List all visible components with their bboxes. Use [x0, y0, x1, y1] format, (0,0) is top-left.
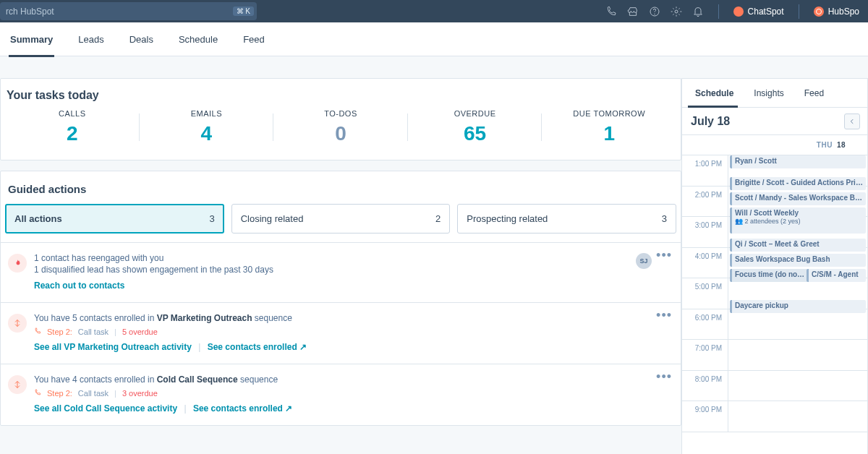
- tab-leads[interactable]: Leads: [78, 22, 103, 56]
- guided-action-headline: You have 4 contacts enrolled in Cold Cal…: [34, 374, 673, 385]
- hour-label: 6:00 PM: [682, 309, 728, 340]
- schedule-date: July 18: [691, 115, 730, 128]
- guided-action-headline: You have 5 contacts enrolled in VP Marke…: [34, 313, 673, 323]
- stat-overdue[interactable]: OVERDUE 65: [408, 109, 542, 145]
- svg-point-1: [654, 14, 655, 14]
- tasks-today-card: Your tasks today CALLS 2 EMAILS 4 TO-DOS…: [0, 78, 681, 160]
- sequence-icon: [8, 314, 27, 333]
- schedule-panel: Schedule Insights Feed July 18 THU 18 1:…: [681, 78, 868, 454]
- main-tabs: Summary Leads Deals Schedule Feed: [0, 22, 868, 56]
- flame-icon: [8, 254, 27, 273]
- global-search[interactable]: rch HubSpot ⌘ K: [0, 2, 257, 20]
- external-link-icon: ↗: [299, 342, 307, 352]
- hour-label: 2:00 PM: [682, 187, 728, 217]
- phone-icon: [34, 327, 41, 336]
- top-navbar: rch HubSpot ⌘ K ChatSpot HubSpo: [0, 0, 868, 22]
- calendar-event[interactable]: Will / Scott Weekly👥 2 attendees (2 yes): [730, 207, 866, 234]
- guided-action-subline: 1 disqualified lead has shown engagement…: [34, 265, 673, 275]
- calendar-event[interactable]: Sales Workspace Bug Bash: [730, 254, 866, 267]
- stat-todos[interactable]: TO-DOS 0: [273, 109, 408, 145]
- help-icon[interactable]: [649, 6, 660, 17]
- hour-label: 4:00 PM: [682, 248, 728, 278]
- phone-icon[interactable]: [605, 6, 617, 17]
- search-placeholder: rch HubSpot: [3, 7, 233, 17]
- hour-label: 8:00 PM: [682, 371, 728, 401]
- calendar-event[interactable]: C/S/M - Agent: [807, 269, 866, 282]
- guided-actions-card: Guided actions All actions 3 Closing rel…: [0, 171, 681, 426]
- tab-summary[interactable]: Summary: [10, 22, 53, 56]
- filter-closing-related[interactable]: Closing related 2: [231, 204, 451, 234]
- calendar-event[interactable]: Brigitte / Scott - Guided Actions Priori…: [730, 177, 866, 190]
- reach-out-link[interactable]: Reach out to contacts: [34, 280, 124, 291]
- hour-label: 9:00 PM: [682, 401, 728, 432]
- tab-schedule[interactable]: Schedule: [179, 22, 218, 56]
- guided-action-item: You have 5 contacts enrolled in VP Marke…: [1, 302, 681, 364]
- marketplace-icon[interactable]: [627, 6, 639, 17]
- calendar-body[interactable]: 1:00 PM2:00 PM3:00 PM4:00 PM5:00 PM6:00 …: [682, 155, 867, 454]
- guided-actions-title: Guided actions: [1, 171, 681, 204]
- hour-label: 1:00 PM: [682, 155, 728, 186]
- calendar-event[interactable]: Scott / Mandy - Sales Workspace Beta Cu: [730, 192, 866, 205]
- guided-action-item: You have 4 contacts enrolled in Cold Cal…: [1, 364, 681, 425]
- account-menu[interactable]: HubSpo: [814, 7, 859, 17]
- guided-action-headline: 1 contact has reengaged with you: [34, 253, 673, 263]
- calendar-event[interactable]: Daycare pickup: [730, 300, 866, 313]
- side-tab-insights[interactable]: Insights: [744, 79, 793, 107]
- guided-action-filters: All actions 3 Closing related 2 Prospect…: [1, 204, 681, 242]
- stat-calls[interactable]: CALLS 2: [5, 109, 140, 145]
- side-tab-schedule[interactable]: Schedule: [682, 79, 744, 107]
- side-tabs: Schedule Insights Feed: [682, 79, 867, 108]
- see-activity-link[interactable]: See all VP Marketing Outreach activity: [34, 342, 192, 352]
- calendar-event[interactable]: Ryan / Scott: [730, 155, 866, 168]
- filter-all-actions[interactable]: All actions 3: [5, 204, 224, 234]
- sequence-icon: [8, 375, 27, 394]
- more-icon[interactable]: •••: [656, 374, 672, 379]
- gear-icon[interactable]: [671, 6, 682, 17]
- hour-label: 3:00 PM: [682, 217, 728, 247]
- see-contacts-link[interactable]: See contacts enrolled ↗: [193, 403, 292, 414]
- chatspot-icon: [733, 7, 744, 17]
- tab-feed[interactable]: Feed: [243, 22, 265, 56]
- see-contacts-link[interactable]: See contacts enrolled ↗: [208, 342, 307, 352]
- stat-emails[interactable]: EMAILS 4: [140, 109, 274, 145]
- phone-icon: [34, 389, 41, 398]
- tasks-stats: CALLS 2 EMAILS 4 TO-DOS 0 OVERDUE 65 DUE…: [5, 109, 676, 145]
- search-shortcut: ⌘ K: [233, 7, 254, 16]
- side-tab-feed[interactable]: Feed: [794, 79, 834, 107]
- calendar-event[interactable]: Focus time (do not bo…: [730, 269, 808, 282]
- navbar-icons: ChatSpot HubSpo: [597, 4, 868, 19]
- see-activity-link[interactable]: See all Cold Call Sequence activity: [34, 403, 177, 414]
- more-icon[interactable]: •••: [656, 253, 672, 257]
- bell-icon[interactable]: [692, 6, 704, 17]
- prev-day-button[interactable]: [844, 113, 860, 129]
- external-link-icon: ↗: [285, 403, 292, 414]
- hour-label: 7:00 PM: [682, 340, 728, 370]
- avatar[interactable]: SJ: [636, 253, 652, 269]
- tab-deals[interactable]: Deals: [129, 22, 153, 56]
- tasks-today-title: Your tasks today: [7, 89, 676, 102]
- calendar-event[interactable]: Qi / Scott – Meet & Greet: [730, 239, 866, 252]
- more-icon[interactable]: •••: [656, 313, 672, 317]
- hubspot-icon: [814, 7, 824, 17]
- svg-point-2: [675, 10, 678, 13]
- main-column: Your tasks today CALLS 2 EMAILS 4 TO-DOS…: [0, 56, 681, 454]
- hour-label: 5:00 PM: [682, 278, 728, 309]
- schedule-date-row: July 18: [682, 108, 867, 135]
- guided-action-item: 1 contact has reengaged with you 1 disqu…: [1, 242, 681, 302]
- stat-due-tomorrow[interactable]: DUE TOMORROW 1: [542, 109, 676, 145]
- filter-prospecting-related[interactable]: Prospecting related 3: [457, 204, 676, 234]
- chatspot-link[interactable]: ChatSpot: [733, 7, 784, 17]
- calendar-header: THU 18: [682, 135, 867, 155]
